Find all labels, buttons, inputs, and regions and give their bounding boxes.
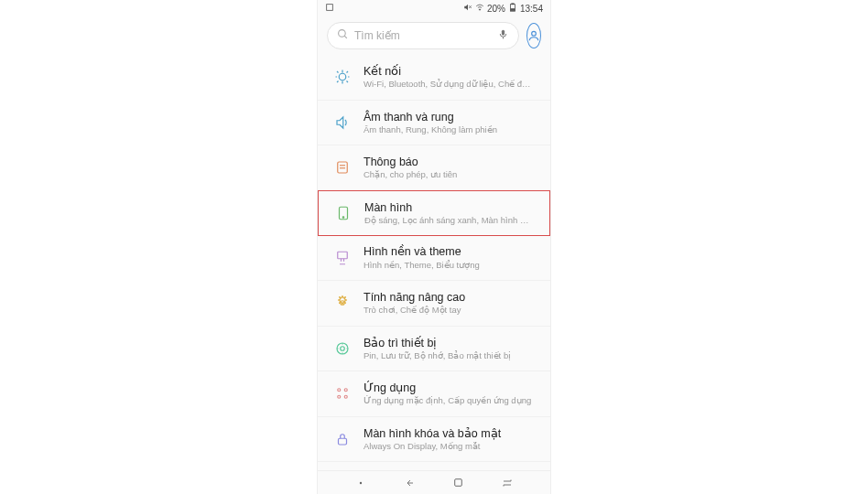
item-title: Tính năng nâng cao: [363, 290, 534, 305]
home-button[interactable]: [440, 477, 477, 489]
wifi-icon: [475, 3, 484, 14]
item-subtitle: Ứng dụng mặc định, Cấp quyền ứng dụng: [363, 395, 534, 406]
svg-rect-13: [338, 162, 348, 173]
svg-point-7: [339, 30, 346, 38]
settings-item-wallpaper[interactable]: Hình nền và themeHình nền, Theme, Biểu t…: [318, 235, 550, 281]
item-subtitle: Hình nền, Theme, Biểu tượng: [363, 260, 534, 271]
search-input[interactable]: [354, 29, 492, 42]
settings-item-notifications[interactable]: Thông báoChặn, cho phép, ưu tiên: [318, 145, 550, 191]
sound-icon: [334, 114, 351, 131]
clock: 13:54: [520, 4, 543, 14]
svg-point-22: [338, 389, 341, 392]
item-subtitle: Chặn, cho phép, ưu tiên: [363, 169, 534, 180]
item-subtitle: Độ sáng, Lọc ánh sáng xanh, Màn hình chờ: [364, 215, 533, 226]
item-title: Bảo trì thiết bị: [363, 336, 534, 350]
apps-icon: [334, 385, 351, 402]
item-title: Hình nền và theme: [363, 244, 534, 259]
settings-list: Kết nốiWi-Fi, Bluetooth, Sử dụng dữ liệu…: [318, 55, 550, 470]
svg-rect-0: [327, 5, 333, 11]
advanced-icon: [334, 295, 351, 311]
connections-icon: [334, 69, 351, 85]
svg-rect-6: [511, 9, 515, 11]
item-title: Âm thanh và rung: [363, 110, 534, 124]
search-box[interactable]: [327, 22, 519, 49]
notifications-icon: [334, 159, 351, 176]
item-subtitle: Wi-Fi, Bluetooth, Sử dụng dữ liệu, Chế đ…: [363, 79, 534, 90]
assistant-button[interactable]: [342, 480, 379, 486]
svg-point-29: [360, 481, 362, 483]
wallpaper-icon: [334, 250, 351, 266]
svg-line-8: [344, 36, 347, 38]
svg-point-24: [338, 396, 341, 399]
settings-item-advanced[interactable]: Tính năng nâng caoTrò chơi, Chế độ Một t…: [318, 281, 550, 327]
svg-point-12: [339, 74, 346, 81]
maintenance-icon: [334, 340, 351, 357]
status-bar: 20% 13:54: [318, 0, 550, 16]
item-title: Màn hình khóa và bảo mật: [363, 426, 534, 441]
phone-frame: 20% 13:54 Kết nốiWi-Fi, Bluetooth, Sử dụ…: [317, 0, 551, 494]
mic-icon[interactable]: [497, 27, 509, 44]
lockscreen-icon: [334, 431, 351, 447]
settings-item-cloud[interactable]: Cloud và tài khoảnSamsung Cloud, Sao lưu…: [318, 462, 550, 470]
back-button[interactable]: [391, 478, 428, 489]
display-icon: [335, 205, 352, 221]
svg-point-3: [479, 9, 480, 10]
settings-item-connections[interactable]: Kết nốiWi-Fi, Bluetooth, Sử dụng dữ liệu…: [318, 55, 550, 101]
settings-item-display[interactable]: Màn hìnhĐộ sáng, Lọc ánh sáng xanh, Màn …: [318, 190, 550, 237]
item-title: Ứng dụng: [363, 381, 534, 395]
item-title: Màn hình: [364, 200, 533, 215]
settings-item-apps[interactable]: Ứng dụngỨng dụng mặc định, Cấp quyền ứng…: [318, 371, 550, 417]
svg-rect-26: [339, 438, 347, 445]
battery-icon: [508, 3, 517, 14]
item-title: Kết nối: [363, 64, 534, 79]
svg-rect-9: [502, 30, 505, 36]
svg-point-25: [344, 396, 347, 399]
item-subtitle: Pin, Lưu trữ, Bộ nhớ, Bảo mật thiết bị: [363, 350, 534, 361]
recents-button[interactable]: [489, 478, 526, 489]
svg-rect-5: [512, 4, 515, 5]
search-row: [318, 16, 550, 55]
nav-bar: [318, 470, 550, 494]
settings-item-maintenance[interactable]: Bảo trì thiết bịPin, Lưu trữ, Bộ nhớ, Bả…: [318, 327, 550, 372]
svg-rect-31: [455, 479, 462, 487]
battery-pct: 20%: [487, 4, 505, 14]
screenshot-icon: [325, 3, 334, 14]
settings-item-lockscreen[interactable]: Màn hình khóa và bảo mậtAlways On Displa…: [318, 417, 550, 463]
svg-point-17: [342, 217, 344, 219]
svg-point-20: [337, 343, 348, 354]
profile-button[interactable]: [526, 23, 541, 48]
mute-icon: [463, 3, 472, 14]
item-subtitle: Âm thanh, Rung, Không làm phiền: [363, 124, 534, 135]
svg-rect-18: [338, 252, 348, 259]
item-title: Thông báo: [363, 155, 534, 169]
item-subtitle: Always On Display, Mống mắt: [363, 441, 534, 452]
settings-item-sound[interactable]: Âm thanh và rungÂm thanh, Rung, Không là…: [318, 101, 550, 146]
svg-point-11: [532, 31, 537, 36]
svg-point-23: [344, 389, 347, 392]
item-subtitle: Trò chơi, Chế độ Một tay: [363, 305, 534, 316]
search-icon: [337, 27, 349, 44]
svg-point-21: [341, 347, 345, 351]
